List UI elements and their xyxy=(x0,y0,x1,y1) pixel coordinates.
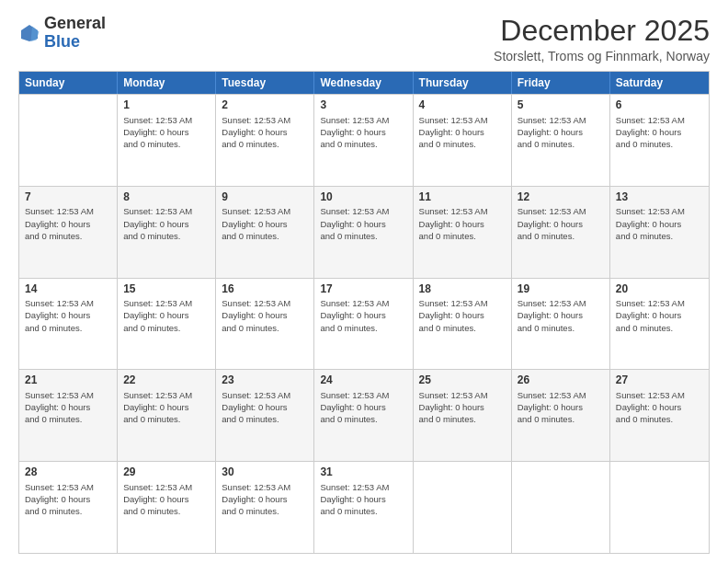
day-info: Sunset: 12:53 AMDaylight: 0 hoursand 0 m… xyxy=(616,297,703,334)
header-monday: Monday xyxy=(118,72,216,94)
day-number: 31 xyxy=(320,465,406,478)
calendar-cell: 25Sunset: 12:53 AMDaylight: 0 hoursand 0… xyxy=(414,370,512,461)
day-info: Sunset: 12:53 AMDaylight: 0 hoursand 0 m… xyxy=(419,205,506,242)
day-info: Sunset: 12:53 AMDaylight: 0 hoursand 0 m… xyxy=(222,205,308,242)
calendar-cell: 3Sunset: 12:53 AMDaylight: 0 hoursand 0 … xyxy=(314,95,413,186)
day-info: Sunset: 12:53 AMDaylight: 0 hoursand 0 m… xyxy=(320,481,406,518)
day-info: Sunset: 12:53 AMDaylight: 0 hoursand 0 m… xyxy=(123,114,210,151)
day-info: Sunset: 12:53 AMDaylight: 0 hoursand 0 m… xyxy=(123,389,210,426)
calendar-cell: 18Sunset: 12:53 AMDaylight: 0 hoursand 0… xyxy=(414,279,512,370)
day-number: 28 xyxy=(25,465,111,478)
day-number: 26 xyxy=(518,373,604,386)
day-info: Sunset: 12:53 AMDaylight: 0 hoursand 0 m… xyxy=(25,205,111,242)
day-number: 7 xyxy=(25,190,111,203)
calendar-cell: 1Sunset: 12:53 AMDaylight: 0 hoursand 0 … xyxy=(118,95,216,186)
day-info: Sunset: 12:53 AMDaylight: 0 hoursand 0 m… xyxy=(123,205,210,242)
header-thursday: Thursday xyxy=(414,72,512,94)
day-info: Sunset: 12:53 AMDaylight: 0 hoursand 0 m… xyxy=(320,205,406,242)
day-number: 20 xyxy=(616,282,703,295)
calendar-week-5: 28Sunset: 12:53 AMDaylight: 0 hoursand 0… xyxy=(19,461,709,553)
day-number: 3 xyxy=(320,98,406,111)
calendar-cell: 22Sunset: 12:53 AMDaylight: 0 hoursand 0… xyxy=(118,370,216,461)
day-number: 29 xyxy=(123,465,210,478)
calendar-cell: 30Sunset: 12:53 AMDaylight: 0 hoursand 0… xyxy=(216,462,314,553)
calendar-cell: 13Sunset: 12:53 AMDaylight: 0 hoursand 0… xyxy=(610,187,709,278)
calendar-body: 1Sunset: 12:53 AMDaylight: 0 hoursand 0 … xyxy=(19,94,709,553)
calendar-cell: 10Sunset: 12:53 AMDaylight: 0 hoursand 0… xyxy=(314,187,413,278)
day-info: Sunset: 12:53 AMDaylight: 0 hoursand 0 m… xyxy=(616,389,703,426)
day-number: 16 xyxy=(222,282,308,295)
day-number: 22 xyxy=(123,373,210,386)
calendar-cell: 2Sunset: 12:53 AMDaylight: 0 hoursand 0 … xyxy=(216,95,314,186)
header-sunday: Sunday xyxy=(19,72,118,94)
header-wednesday: Wednesday xyxy=(314,72,413,94)
month-year: December 2025 xyxy=(494,15,710,47)
day-info: Sunset: 12:53 AMDaylight: 0 hoursand 0 m… xyxy=(616,114,703,151)
day-info: Sunset: 12:53 AMDaylight: 0 hoursand 0 m… xyxy=(320,114,406,151)
calendar-cell: 23Sunset: 12:53 AMDaylight: 0 hoursand 0… xyxy=(216,370,314,461)
day-number: 5 xyxy=(518,98,604,111)
calendar-cell: 19Sunset: 12:53 AMDaylight: 0 hoursand 0… xyxy=(512,279,610,370)
calendar-cell: 6Sunset: 12:53 AMDaylight: 0 hoursand 0 … xyxy=(610,95,709,186)
day-info: Sunset: 12:53 AMDaylight: 0 hoursand 0 m… xyxy=(518,389,604,426)
logo-text: General Blue xyxy=(44,15,106,52)
logo: General Blue xyxy=(18,15,106,52)
calendar-cell: 9Sunset: 12:53 AMDaylight: 0 hoursand 0 … xyxy=(216,187,314,278)
calendar-cell: 4Sunset: 12:53 AMDaylight: 0 hoursand 0 … xyxy=(414,95,512,186)
day-info: Sunset: 12:53 AMDaylight: 0 hoursand 0 m… xyxy=(419,114,506,151)
title-block: December 2025 Storslett, Troms og Finnma… xyxy=(494,15,710,63)
day-info: Sunset: 12:53 AMDaylight: 0 hoursand 0 m… xyxy=(518,297,604,334)
day-number: 12 xyxy=(518,190,604,203)
calendar-cell: 29Sunset: 12:53 AMDaylight: 0 hoursand 0… xyxy=(118,462,216,553)
day-number: 24 xyxy=(320,373,406,386)
day-info: Sunset: 12:53 AMDaylight: 0 hoursand 0 m… xyxy=(419,389,506,426)
day-number: 6 xyxy=(616,98,703,111)
calendar-cell: 24Sunset: 12:53 AMDaylight: 0 hoursand 0… xyxy=(314,370,413,461)
day-info: Sunset: 12:53 AMDaylight: 0 hoursand 0 m… xyxy=(25,297,111,334)
calendar: Sunday Monday Tuesday Wednesday Thursday… xyxy=(18,71,710,554)
day-number: 25 xyxy=(419,373,506,386)
calendar-cell xyxy=(19,95,118,186)
day-info: Sunset: 12:53 AMDaylight: 0 hoursand 0 m… xyxy=(518,205,604,242)
day-info: Sunset: 12:53 AMDaylight: 0 hoursand 0 m… xyxy=(123,481,210,518)
calendar-week-1: 1Sunset: 12:53 AMDaylight: 0 hoursand 0 … xyxy=(19,94,709,186)
day-info: Sunset: 12:53 AMDaylight: 0 hoursand 0 m… xyxy=(222,389,308,426)
day-number: 19 xyxy=(518,282,604,295)
calendar-cell: 21Sunset: 12:53 AMDaylight: 0 hoursand 0… xyxy=(19,370,118,461)
day-number: 13 xyxy=(616,190,703,203)
calendar-cell: 15Sunset: 12:53 AMDaylight: 0 hoursand 0… xyxy=(118,279,216,370)
day-number: 21 xyxy=(25,373,111,386)
logo-blue: Blue xyxy=(44,32,80,51)
day-number: 4 xyxy=(419,98,506,111)
calendar-cell: 14Sunset: 12:53 AMDaylight: 0 hoursand 0… xyxy=(19,279,118,370)
calendar-cell xyxy=(512,462,610,553)
day-number: 2 xyxy=(222,98,308,111)
day-number: 11 xyxy=(419,190,506,203)
calendar-cell xyxy=(610,462,709,553)
calendar-cell: 11Sunset: 12:53 AMDaylight: 0 hoursand 0… xyxy=(414,187,512,278)
calendar-cell: 8Sunset: 12:53 AMDaylight: 0 hoursand 0 … xyxy=(118,187,216,278)
calendar-week-3: 14Sunset: 12:53 AMDaylight: 0 hoursand 0… xyxy=(19,278,709,370)
day-info: Sunset: 12:53 AMDaylight: 0 hoursand 0 m… xyxy=(320,297,406,334)
day-number: 18 xyxy=(419,282,506,295)
day-info: Sunset: 12:53 AMDaylight: 0 hoursand 0 m… xyxy=(419,297,506,334)
day-info: Sunset: 12:53 AMDaylight: 0 hoursand 0 m… xyxy=(222,481,308,518)
day-info: Sunset: 12:53 AMDaylight: 0 hoursand 0 m… xyxy=(25,481,111,518)
header-saturday: Saturday xyxy=(610,72,709,94)
day-number: 27 xyxy=(616,373,703,386)
day-number: 9 xyxy=(222,190,308,203)
calendar-cell: 7Sunset: 12:53 AMDaylight: 0 hoursand 0 … xyxy=(19,187,118,278)
day-info: Sunset: 12:53 AMDaylight: 0 hoursand 0 m… xyxy=(320,389,406,426)
calendar-header-row: Sunday Monday Tuesday Wednesday Thursday… xyxy=(19,72,709,94)
day-number: 15 xyxy=(123,282,210,295)
day-info: Sunset: 12:53 AMDaylight: 0 hoursand 0 m… xyxy=(222,297,308,334)
logo-icon xyxy=(18,22,40,44)
calendar-cell: 26Sunset: 12:53 AMDaylight: 0 hoursand 0… xyxy=(512,370,610,461)
calendar-week-4: 21Sunset: 12:53 AMDaylight: 0 hoursand 0… xyxy=(19,369,709,461)
calendar-cell: 31Sunset: 12:53 AMDaylight: 0 hoursand 0… xyxy=(314,462,413,553)
calendar-cell: 28Sunset: 12:53 AMDaylight: 0 hoursand 0… xyxy=(19,462,118,553)
day-info: Sunset: 12:53 AMDaylight: 0 hoursand 0 m… xyxy=(25,389,111,426)
calendar-cell: 17Sunset: 12:53 AMDaylight: 0 hoursand 0… xyxy=(314,279,413,370)
header-friday: Friday xyxy=(512,72,610,94)
day-number: 8 xyxy=(123,190,210,203)
